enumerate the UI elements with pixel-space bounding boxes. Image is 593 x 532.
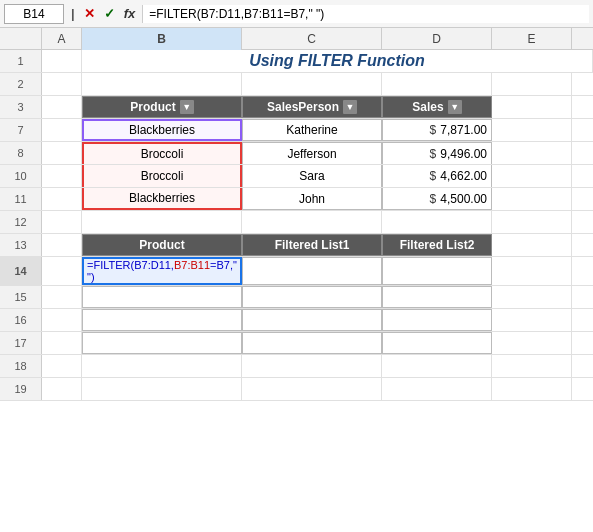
cell-a2[interactable] bbox=[42, 73, 82, 95]
cell-b10[interactable]: Broccoli bbox=[82, 165, 242, 187]
cell-e15[interactable] bbox=[492, 286, 572, 308]
cell-a18[interactable] bbox=[42, 355, 82, 377]
formula-input[interactable] bbox=[142, 5, 589, 23]
cell-c7[interactable]: Katherine bbox=[242, 119, 382, 141]
cell-c15[interactable] bbox=[242, 286, 382, 308]
cell-b17[interactable] bbox=[82, 332, 242, 354]
row-num-1: 1 bbox=[0, 50, 42, 72]
filter-icon-product[interactable]: ▼ bbox=[180, 100, 194, 114]
cell-e12[interactable] bbox=[492, 211, 572, 233]
cell-b7[interactable]: Blackberries bbox=[82, 119, 242, 141]
cell-b18[interactable] bbox=[82, 355, 242, 377]
cell-c14[interactable] bbox=[242, 257, 382, 285]
cell-a16[interactable] bbox=[42, 309, 82, 331]
cell-e19[interactable] bbox=[492, 378, 572, 400]
cell-b16[interactable] bbox=[82, 309, 242, 331]
cell-a8[interactable] bbox=[42, 142, 82, 164]
cell-d12[interactable] bbox=[382, 211, 492, 233]
col-header-a[interactable]: A bbox=[42, 28, 82, 50]
cell-e3[interactable] bbox=[492, 96, 572, 118]
cell-a12[interactable] bbox=[42, 211, 82, 233]
cell-b3-header[interactable]: Product ▼ bbox=[82, 96, 242, 118]
cell-c11[interactable]: John bbox=[242, 188, 382, 210]
col-header-b[interactable]: B bbox=[82, 28, 242, 50]
sales-d10: 4,662.00 bbox=[440, 169, 487, 183]
cell-a11[interactable] bbox=[42, 188, 82, 210]
cell-e2[interactable] bbox=[492, 73, 572, 95]
cell-b13-header2[interactable]: Product bbox=[82, 234, 242, 256]
formula-cell-text: =FILTER(B7:D11,B7:B11=B7," ") bbox=[87, 259, 237, 283]
cell-c13-header2[interactable]: Filtered List1 bbox=[242, 234, 382, 256]
cell-e7[interactable] bbox=[492, 119, 572, 141]
cell-e13[interactable] bbox=[492, 234, 572, 256]
cell-d14[interactable] bbox=[382, 257, 492, 285]
cell-a19[interactable] bbox=[42, 378, 82, 400]
cell-b14[interactable]: =FILTER(B7:D11,B7:B11=B7," ") bbox=[82, 257, 242, 285]
cell-d11[interactable]: $ 4,500.00 bbox=[382, 188, 492, 210]
row-num-10: 10 bbox=[0, 165, 42, 187]
cell-e14[interactable] bbox=[492, 257, 572, 285]
cell-e10[interactable] bbox=[492, 165, 572, 187]
cell-d3-header[interactable]: Sales ▼ bbox=[382, 96, 492, 118]
cell-d2[interactable] bbox=[382, 73, 492, 95]
cell-a13[interactable] bbox=[42, 234, 82, 256]
cell-c2[interactable] bbox=[242, 73, 382, 95]
cell-a1[interactable] bbox=[42, 50, 82, 72]
cell-c10[interactable]: Sara bbox=[242, 165, 382, 187]
cell-c19[interactable] bbox=[242, 378, 382, 400]
cell-e11[interactable] bbox=[492, 188, 572, 210]
row-num-18: 18 bbox=[0, 355, 42, 377]
cell-c3-header[interactable]: SalesPerson ▼ bbox=[242, 96, 382, 118]
col-header-e[interactable]: E bbox=[492, 28, 572, 50]
cell-a15[interactable] bbox=[42, 286, 82, 308]
filter-icon-sales[interactable]: ▼ bbox=[448, 100, 462, 114]
row-10: 10 Broccoli Sara $ 4,662.00 bbox=[0, 165, 593, 188]
col-header-d[interactable]: D bbox=[382, 28, 492, 50]
row-num-16: 16 bbox=[0, 309, 42, 331]
cell-reference-box[interactable] bbox=[4, 4, 64, 24]
filter-icon-salesperson[interactable]: ▼ bbox=[343, 100, 357, 114]
cell-c8[interactable]: Jefferson bbox=[242, 142, 382, 164]
cell-e8[interactable] bbox=[492, 142, 572, 164]
confirm-formula-icon[interactable]: ✓ bbox=[101, 5, 118, 22]
cell-d8[interactable]: $ 9,496.00 bbox=[382, 142, 492, 164]
cell-e18[interactable] bbox=[492, 355, 572, 377]
sales-d7: 7,871.00 bbox=[440, 123, 487, 137]
cell-c12[interactable] bbox=[242, 211, 382, 233]
cell-b19[interactable] bbox=[82, 378, 242, 400]
cell-d10[interactable]: $ 4,662.00 bbox=[382, 165, 492, 187]
cell-a10[interactable] bbox=[42, 165, 82, 187]
cell-b12[interactable] bbox=[82, 211, 242, 233]
row-7: 7 Blackberries Katherine $ 7,871.00 bbox=[0, 119, 593, 142]
col-header-c[interactable]: C bbox=[242, 28, 382, 50]
column-headers: A B C D E bbox=[0, 28, 593, 50]
cell-b15[interactable] bbox=[82, 286, 242, 308]
cell-c17[interactable] bbox=[242, 332, 382, 354]
row-1: 1 Using FILTER Function bbox=[0, 50, 593, 73]
cell-a3[interactable] bbox=[42, 96, 82, 118]
cell-b8[interactable]: Broccoli bbox=[82, 142, 242, 164]
cell-c16[interactable] bbox=[242, 309, 382, 331]
cell-b2[interactable] bbox=[82, 73, 242, 95]
row-16: 16 bbox=[0, 309, 593, 332]
cancel-formula-icon[interactable]: ✕ bbox=[81, 5, 98, 22]
cell-d18[interactable] bbox=[382, 355, 492, 377]
cell-d19[interactable] bbox=[382, 378, 492, 400]
cell-d16[interactable] bbox=[382, 309, 492, 331]
product-b8: Broccoli bbox=[141, 147, 184, 161]
cell-a14[interactable] bbox=[42, 257, 82, 285]
salesperson-header: SalesPerson bbox=[267, 100, 339, 114]
cell-a7[interactable] bbox=[42, 119, 82, 141]
formula-text-part: =FILTER( bbox=[87, 259, 134, 271]
cell-d17[interactable] bbox=[382, 332, 492, 354]
cell-a17[interactable] bbox=[42, 332, 82, 354]
cell-e17[interactable] bbox=[492, 332, 572, 354]
cell-e16[interactable] bbox=[492, 309, 572, 331]
row-15: 15 bbox=[0, 286, 593, 309]
cell-b11[interactable]: Blackberries bbox=[82, 188, 242, 210]
cell-c18[interactable] bbox=[242, 355, 382, 377]
cell-d15[interactable] bbox=[382, 286, 492, 308]
cell-d13-header2[interactable]: Filtered List2 bbox=[382, 234, 492, 256]
cell-d7[interactable]: $ 7,871.00 bbox=[382, 119, 492, 141]
insert-function-icon[interactable]: fx bbox=[121, 5, 139, 22]
